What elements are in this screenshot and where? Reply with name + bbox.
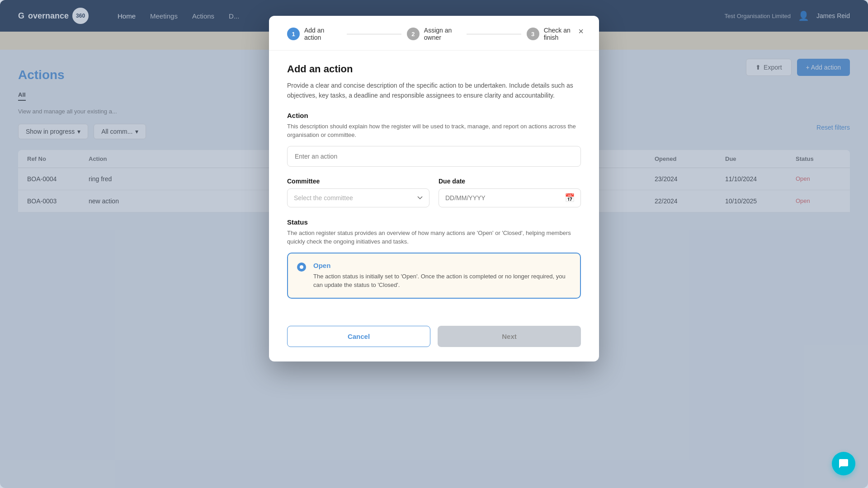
chat-button[interactable] [832,452,855,475]
step-2: 2 Assign an owner [407,27,461,41]
action-section-title: Action [287,112,581,119]
modal-title: Add an action [287,63,581,75]
add-action-modal: 1 Add an action 2 Assign an owner 3 Chec… [269,16,599,361]
modal-footer: Cancel Next [269,326,599,361]
step-1-label: Add an action [304,27,341,41]
action-section: Action This description should explain h… [287,112,581,178]
committee-field: Committee Select the committee [287,178,429,207]
step-line-2 [467,34,521,34]
cancel-button[interactable]: Cancel [287,326,430,347]
status-open-label: Open [313,262,571,269]
status-section-title: Status [287,218,581,226]
due-date-input[interactable] [439,188,581,207]
step-1-circle: 1 [287,28,300,40]
modal-description: Provide a clear and concise description … [287,80,581,101]
status-open-content: Open The action status is initially set … [313,262,571,290]
status-section-desc: The action register status provides an o… [287,229,581,246]
calendar-icon: 📅 [565,193,575,203]
status-open-card[interactable]: Open The action status is initially set … [287,253,581,299]
step-3-circle: 3 [527,28,539,40]
action-section-desc: This description should explain how the … [287,122,581,140]
modal-body: Add an action Provide a clear and concis… [269,51,599,326]
close-modal-button[interactable]: × [574,24,588,38]
chat-icon [838,458,849,469]
step-line-1 [347,34,401,34]
due-date-label: Due date [439,178,581,185]
step-2-circle: 2 [407,28,420,40]
due-date-field: Due date 📅 [439,178,581,207]
committee-select[interactable]: Select the committee [287,188,429,207]
status-open-radio[interactable] [297,263,306,272]
action-text-input[interactable] [287,146,581,167]
status-section: Status The action register status provid… [287,218,581,299]
step-3: 3 Check an finish [527,27,581,41]
step-2-label: Assign an owner [424,27,461,41]
next-button[interactable]: Next [438,326,581,347]
stepper: 1 Add an action 2 Assign an owner 3 Chec… [269,16,599,51]
date-field-wrapper: 📅 [439,188,581,207]
committee-label: Committee [287,178,429,185]
step-1: 1 Add an action [287,27,341,41]
status-open-desc: The action status is initially set to 'O… [313,272,571,290]
committee-duedate-row: Committee Select the committee Due date … [287,178,581,207]
